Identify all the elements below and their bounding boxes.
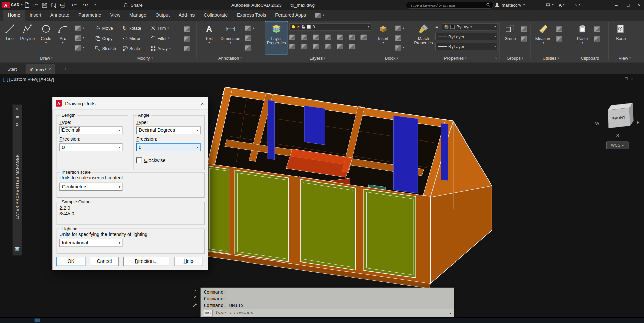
clipboard-extra-tool[interactable] xyxy=(594,35,600,43)
plot-button[interactable] xyxy=(59,2,66,8)
group-button[interactable]: Group xyxy=(501,22,519,54)
command-input[interactable]: ⌨▾ Type a command ▴ xyxy=(201,309,454,317)
new-tab-button[interactable]: + xyxy=(61,64,70,74)
open-file-button[interactable] xyxy=(32,2,39,8)
line-button[interactable]: Line xyxy=(2,22,18,54)
annotation-extra-tool[interactable] xyxy=(245,34,251,42)
layers-panel-footer[interactable]: Layers▾ xyxy=(264,55,371,62)
move-button[interactable]: Move xyxy=(95,24,113,32)
base-view-button[interactable]: Base xyxy=(612,22,630,54)
tab-featured-apps[interactable]: Featured Apps xyxy=(271,10,310,21)
direction-button[interactable]: Direction... xyxy=(123,257,169,266)
block-extra-tool[interactable]: ▾ xyxy=(395,44,404,52)
tab-parametric[interactable]: Parametric xyxy=(74,10,105,21)
modify-panel-footer[interactable]: Modify▾ xyxy=(94,55,197,62)
modify-extra-tool[interactable] xyxy=(184,25,190,33)
new-file-button[interactable] xyxy=(23,2,30,8)
layer-select-dropdown[interactable]: ☀ 0 ▾ xyxy=(289,23,372,30)
tab-insert[interactable]: Insert xyxy=(25,10,46,21)
dialog-close-icon[interactable]: × xyxy=(201,101,204,107)
utilities-extra-tool[interactable] xyxy=(556,35,562,43)
arc-button[interactable]: Arc ▾ xyxy=(55,22,71,54)
viewport-visual-style-control[interactable]: [X-Ray] xyxy=(39,76,54,81)
trim-button[interactable]: Trim▾ xyxy=(150,24,169,32)
properties-dialog-launcher[interactable]: ↘ xyxy=(495,57,497,60)
maximize-button[interactable]: □ xyxy=(622,0,633,10)
layer-tools-row[interactable] xyxy=(289,42,355,50)
share-button[interactable]: Share xyxy=(123,0,143,10)
linetype-dropdown[interactable]: ByLayer ▾ xyxy=(435,33,498,40)
ok-button[interactable]: OK xyxy=(56,257,85,266)
viewport-minimize-icon[interactable]: – xyxy=(619,76,622,81)
tab-output[interactable]: Output xyxy=(151,10,174,21)
stretch-button[interactable]: Stretch xyxy=(95,44,116,52)
app-menu-button[interactable]: A CAD ▾ xyxy=(2,0,23,10)
length-precision-combo[interactable]: 0▾ xyxy=(59,143,122,151)
layer-properties-palette-bar[interactable]: × ⇄ ⚙ LAYER PROPERTIES MANAGER xyxy=(12,105,22,256)
clockwise-checkbox-row[interactable]: Clockwise xyxy=(136,157,166,163)
view-panel-footer[interactable]: View▾ xyxy=(609,55,641,62)
annotation-panel-footer[interactable]: Annotation▾ xyxy=(197,55,263,62)
layer-tools-row[interactable] xyxy=(289,33,367,41)
save-as-button[interactable] xyxy=(50,2,57,8)
fillet-button[interactable]: Fillet▾ xyxy=(150,34,169,42)
command-customize-button[interactable]: ⌨▾ xyxy=(203,310,213,316)
viewport-minimize-control[interactable]: [−] xyxy=(3,76,8,81)
text-button[interactable]: A Text ▾ xyxy=(201,22,218,54)
tab-annotate[interactable]: Annotate xyxy=(46,10,74,21)
command-wrench-icon[interactable] xyxy=(192,302,197,308)
tab-express-tools[interactable]: Express Tools xyxy=(232,10,271,21)
measure-button[interactable]: Measure ▾ xyxy=(533,22,554,54)
paste-button[interactable]: Paste ▾ xyxy=(573,22,592,54)
groups-extra-tool[interactable] xyxy=(521,35,527,43)
insertion-scale-combo[interactable]: Centimeters▾ xyxy=(59,183,122,191)
block-extra-tool[interactable]: ▾ xyxy=(395,24,404,32)
tab-view[interactable]: View xyxy=(105,10,125,21)
redo-button[interactable]: ↷▾ xyxy=(81,2,90,8)
scale-button[interactable]: Scale xyxy=(122,44,140,52)
polyline-button[interactable]: Polyline xyxy=(18,22,37,54)
viewcube[interactable]: FRONT W S E xyxy=(592,98,643,141)
layer-properties-button[interactable]: Layer Properties xyxy=(265,22,288,54)
drawing-canvas[interactable]: [−] [Custom View] [X-Ray] – □ × × ⇄ ⚙ LA… xyxy=(0,74,644,317)
search-input[interactable]: Type a keyword or phrase xyxy=(406,2,494,9)
autodesk-apps-button[interactable]: A ▾ xyxy=(559,0,565,10)
tab-manage[interactable]: Manage xyxy=(125,10,151,21)
match-properties-button[interactable]: Match Properties xyxy=(413,22,434,54)
store-button[interactable]: ▾ xyxy=(545,0,553,10)
qat-customize-button[interactable]: ▾ xyxy=(93,2,98,8)
wcs-dropdown[interactable]: WCS▾ xyxy=(606,142,629,149)
save-button[interactable] xyxy=(41,2,48,8)
modify-extra-tool[interactable] xyxy=(184,44,190,52)
annotation-extra-tool[interactable] xyxy=(245,44,251,52)
viewport-close-icon[interactable]: × xyxy=(631,76,633,81)
ribbon-display-toggle[interactable]: ▾ xyxy=(310,10,328,21)
properties-panel-footer[interactable]: Properties▾ xyxy=(412,55,499,62)
rotate-button[interactable]: ↻ Rotate xyxy=(122,24,141,32)
draw-panel-footer[interactable]: Draw▾ xyxy=(0,55,93,62)
dimension-button[interactable]: Dimension ▾ xyxy=(219,22,242,54)
clipboard-extra-tool[interactable] xyxy=(594,25,600,33)
user-account-button[interactable]: martaccrv ▾ xyxy=(495,0,525,10)
tab-collaborate[interactable]: Collaborate xyxy=(199,10,232,21)
mirror-button[interactable]: Mirror xyxy=(122,34,140,42)
length-type-combo[interactable]: Decimal▾ xyxy=(59,126,122,134)
angle-precision-combo[interactable]: 0▾ xyxy=(136,143,201,151)
tab-add-ins[interactable]: Add-ins xyxy=(174,10,199,21)
undo-button[interactable]: ↶▾ xyxy=(69,2,79,8)
array-button[interactable]: Array▾ xyxy=(150,44,171,52)
command-window[interactable]: Command: Command: Command: UNITS ⌨▾ Type… xyxy=(201,288,454,317)
close-tab-icon[interactable]: × xyxy=(49,67,51,71)
groups-panel-footer[interactable]: Groups▾ xyxy=(500,55,530,62)
block-extra-tool[interactable] xyxy=(395,34,401,42)
draw-extra-tool[interactable]: ▾ xyxy=(75,34,84,42)
viewport-view-control[interactable]: [Custom View] xyxy=(9,76,38,81)
command-close-icon[interactable]: × xyxy=(194,295,196,300)
circle-button[interactable]: Circle ▾ xyxy=(38,22,54,54)
file-tab-current[interactable]: t0_max* × xyxy=(26,64,55,74)
palette-autohide-icon[interactable]: ⇄ xyxy=(15,115,19,120)
draw-extra-tool[interactable]: ▾ xyxy=(75,44,84,52)
command-drag-grip[interactable]: ∷ xyxy=(193,288,196,292)
annotation-extra-tool[interactable]: ▾ xyxy=(245,24,254,32)
modify-extra-tool[interactable] xyxy=(184,35,190,43)
